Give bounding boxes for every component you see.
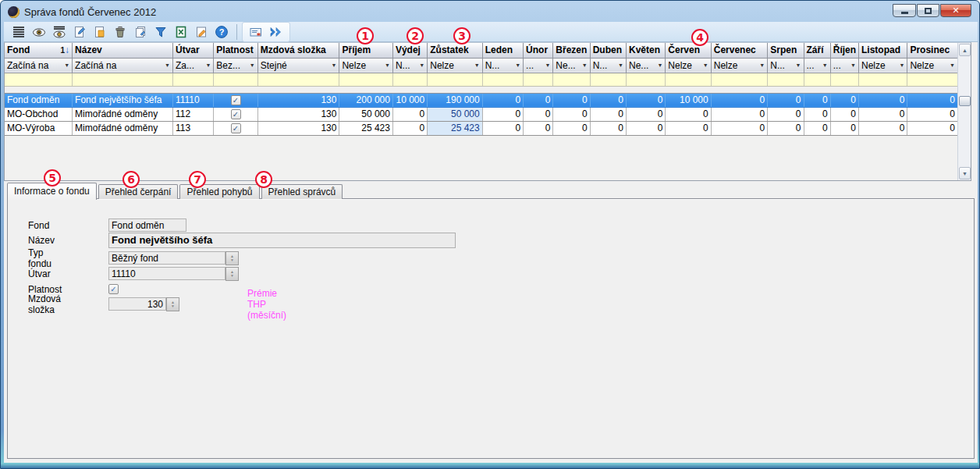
filter-input-cell-14[interactable] bbox=[666, 73, 711, 86]
filter-operator-dropdown-18[interactable]: ...▼ bbox=[830, 58, 858, 73]
filter-input-cell-20[interactable] bbox=[907, 73, 958, 86]
grid-cell[interactable]: 0 bbox=[666, 121, 711, 135]
grid-cell[interactable]: 130 bbox=[257, 93, 339, 107]
column-header-19[interactable]: Listopad bbox=[859, 43, 907, 58]
grid-cell[interactable]: 50 000 bbox=[339, 107, 392, 121]
filter-operator-dropdown-7[interactable]: N...▼ bbox=[392, 58, 427, 73]
filter-input-cell-12[interactable] bbox=[590, 73, 626, 86]
filter-input-cell-18[interactable] bbox=[830, 73, 858, 86]
grid-cell[interactable]: 50 000 bbox=[428, 107, 482, 121]
column-header-17[interactable]: Září bbox=[804, 43, 830, 58]
grid-cell[interactable]: 0 bbox=[711, 93, 768, 107]
filter-operator-dropdown-20[interactable]: Nelze▼ bbox=[907, 58, 958, 73]
grid-cell[interactable]: 0 bbox=[482, 121, 523, 135]
rows-button[interactable] bbox=[9, 23, 28, 41]
grid-cell[interactable]: 0 bbox=[553, 121, 590, 135]
filter-operator-dropdown-13[interactable]: Ne...▼ bbox=[626, 58, 665, 73]
grid-cell[interactable]: 0 bbox=[830, 107, 858, 121]
filter-operator-dropdown-12[interactable]: N...▼ bbox=[590, 58, 626, 73]
typ-fondu-field[interactable] bbox=[108, 251, 225, 265]
grid-cell[interactable]: 11110 bbox=[172, 93, 213, 107]
column-header-14[interactable]: Červen bbox=[666, 43, 711, 58]
grid-cell[interactable]: 0 bbox=[859, 121, 907, 135]
typ-fondu-spinner[interactable]: ▲▼ bbox=[225, 251, 239, 265]
grid-cell[interactable]: 0 bbox=[524, 121, 553, 135]
grid-cell[interactable]: 0 bbox=[392, 121, 427, 135]
filter-input-cell-7[interactable] bbox=[392, 73, 427, 86]
grid-cell[interactable]: 0 bbox=[768, 93, 804, 107]
column-header-12[interactable]: Duben bbox=[590, 43, 626, 58]
mzdova-slozka-spinner[interactable]: ▲▼ bbox=[166, 297, 179, 311]
grid-cell[interactable]: Mimořádné odměny bbox=[73, 107, 173, 121]
grid-cell[interactable]: 0 bbox=[482, 107, 523, 121]
grid-cell[interactable]: 25 423 bbox=[339, 121, 392, 135]
grid-cell[interactable]: 0 bbox=[804, 121, 830, 135]
grid-cell[interactable]: 0 bbox=[590, 107, 626, 121]
scroll-up-button[interactable]: ▲ bbox=[959, 44, 971, 56]
view-button[interactable] bbox=[30, 23, 48, 41]
grid-cell[interactable]: 10 000 bbox=[666, 93, 711, 107]
grid-row-3[interactable]: MO-VýrobaMimořádné odměny113✓13025 42302… bbox=[5, 121, 958, 135]
column-header-16[interactable]: Srpen bbox=[768, 43, 804, 58]
scroll-thumb[interactable] bbox=[959, 96, 971, 106]
filter-operator-dropdown-11[interactable]: Ne...▼ bbox=[553, 58, 590, 73]
column-header-8[interactable]: Zůstatek bbox=[428, 43, 482, 58]
filter-input-cell-9[interactable] bbox=[482, 73, 523, 86]
grid-cell[interactable]: 0 bbox=[392, 107, 427, 121]
scroll-down-button[interactable]: ▼ bbox=[959, 167, 971, 179]
filter-operator-dropdown-8[interactable]: Nelze▼ bbox=[428, 58, 482, 73]
column-header-3[interactable]: Útvar bbox=[172, 43, 213, 58]
utvar-field[interactable] bbox=[108, 267, 225, 280]
tab-prehled-spravcu[interactable]: Přehled správců bbox=[261, 184, 343, 199]
column-header-7[interactable]: Výdej bbox=[392, 43, 427, 58]
filter-input-cell-16[interactable] bbox=[768, 73, 804, 86]
grid-row-1[interactable]: Fond odměnFond největšího šéfa11110✓1302… bbox=[5, 93, 958, 107]
filter-operator-dropdown-19[interactable]: Nelze▼ bbox=[859, 58, 907, 73]
nazev-field[interactable] bbox=[108, 233, 456, 248]
grid-cell[interactable]: 0 bbox=[907, 93, 958, 107]
grid-cell[interactable]: 0 bbox=[666, 107, 711, 121]
grid-cell[interactable]: 0 bbox=[830, 93, 858, 107]
filter-input-cell-15[interactable] bbox=[711, 73, 768, 86]
card-button[interactable] bbox=[247, 23, 265, 41]
grid-cell[interactable]: Mimořádné odměny bbox=[73, 121, 173, 135]
minimize-button[interactable] bbox=[893, 4, 916, 17]
edit-record-button[interactable] bbox=[91, 23, 109, 41]
grid-cell[interactable]: 0 bbox=[768, 107, 804, 121]
filter-input-cell-6[interactable] bbox=[339, 73, 392, 86]
grid-cell[interactable]: ✓ bbox=[214, 121, 257, 135]
grid-cell[interactable]: 0 bbox=[524, 93, 553, 107]
filter-operator-dropdown-2[interactable]: Začíná na▼ bbox=[73, 58, 173, 73]
grid-cell[interactable]: 130 bbox=[257, 107, 339, 121]
filter-operator-dropdown-14[interactable]: Nelze▼ bbox=[666, 58, 711, 73]
utvar-spinner[interactable]: ▲▼ bbox=[225, 267, 239, 281]
column-header-4[interactable]: Platnost bbox=[214, 43, 257, 58]
grid-cell[interactable]: 0 bbox=[907, 107, 958, 121]
grid-cell[interactable]: 0 bbox=[859, 107, 907, 121]
maximize-button[interactable] bbox=[917, 4, 939, 17]
grid-cell[interactable]: 0 bbox=[524, 107, 553, 121]
grid-cell[interactable]: 25 423 bbox=[428, 121, 482, 135]
grid-cell[interactable]: 0 bbox=[553, 93, 590, 107]
grid-cell[interactable]: Fond největšího šéfa bbox=[73, 93, 173, 107]
grid-cell[interactable]: 0 bbox=[907, 121, 958, 135]
vertical-scrollbar[interactable]: ▲ ▼ bbox=[957, 43, 971, 180]
filter-input-cell-4[interactable] bbox=[214, 73, 257, 86]
filter-input-cell-2[interactable] bbox=[73, 73, 173, 86]
filter-operator-dropdown-16[interactable]: N...▼ bbox=[768, 58, 804, 73]
checkbox[interactable]: ✓ bbox=[231, 123, 241, 133]
fond-field[interactable] bbox=[108, 219, 186, 232]
filter-input-cell-17[interactable] bbox=[804, 73, 830, 86]
excel-export-button[interactable] bbox=[172, 23, 190, 41]
grid-cell[interactable]: 190 000 bbox=[428, 93, 482, 107]
filter-operator-dropdown-1[interactable]: Začíná na▼ bbox=[5, 58, 73, 73]
grid-cell[interactable]: 112 bbox=[172, 107, 213, 121]
checkbox[interactable]: ✓ bbox=[231, 95, 241, 105]
filter-input-cell-19[interactable] bbox=[859, 73, 907, 86]
grid-cell[interactable]: 130 bbox=[257, 121, 339, 135]
filter-operator-dropdown-3[interactable]: Za...▼ bbox=[172, 58, 213, 73]
delete-record-button[interactable] bbox=[111, 23, 130, 41]
filter-input-cell-13[interactable] bbox=[626, 73, 665, 86]
grid-cell[interactable]: 0 bbox=[626, 121, 665, 135]
grid-cell[interactable]: 0 bbox=[553, 107, 590, 121]
